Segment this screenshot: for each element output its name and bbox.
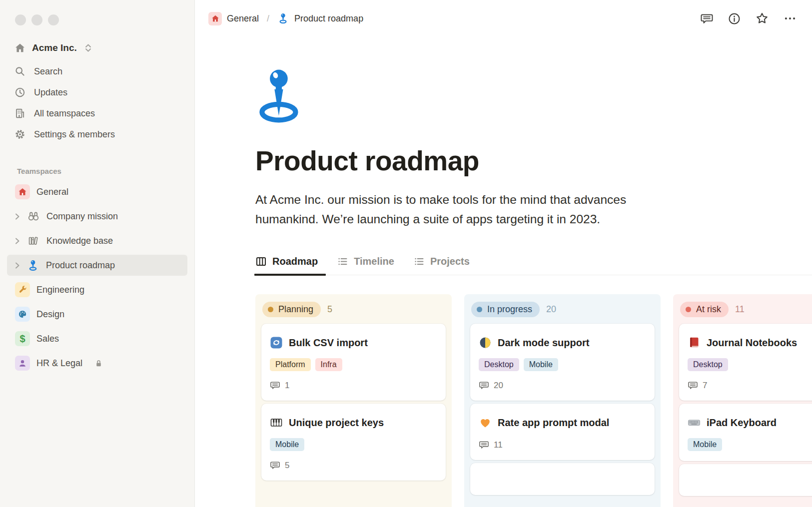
sidebar-item-label: Updates	[34, 87, 67, 98]
tag[interactable]: Platform	[270, 358, 311, 371]
comment-icon	[688, 380, 698, 391]
card-unique-project-keys[interactable]: Unique project keys Mobile 5	[261, 404, 446, 481]
sidebar-item-updates[interactable]: Updates	[7, 82, 187, 103]
building-icon	[14, 107, 26, 119]
window-controls	[0, 0, 194, 25]
tab-timeline[interactable]: Timeline	[337, 256, 394, 275]
board-column-at-risk: At risk 11 Journal Notebooks Desktop	[673, 294, 812, 507]
search-icon	[14, 65, 26, 77]
page-pushpin-icon[interactable]	[255, 68, 812, 124]
sidebar-item-search[interactable]: Search	[7, 61, 187, 82]
comment-count: 20	[494, 381, 503, 391]
card-title: Dark mode support	[498, 337, 589, 349]
board-column-in-progress: In progress 20 Dark mode support Desktop…	[464, 294, 661, 507]
sidebar-item-all-teamspaces[interactable]: All teamspaces	[7, 103, 187, 124]
sidebar-item-knowledge-base[interactable]: Knowledge base	[7, 230, 187, 251]
card-title: iPad Keyboard	[707, 417, 777, 429]
sidebar-item-settings[interactable]: Settings & members	[7, 124, 187, 145]
sidebar-item-design[interactable]: Design	[7, 304, 187, 325]
comment-count: 1	[285, 381, 289, 391]
sidebar-item-product-roadmap[interactable]: Product roadmap	[7, 255, 187, 276]
card-ipad-keyboard[interactable]: iPad Keyboard Mobile	[679, 404, 812, 461]
window-close-button[interactable]	[15, 14, 26, 25]
chevron-right-icon[interactable]	[13, 212, 21, 221]
breadcrumb-separator: /	[267, 13, 269, 24]
breadcrumb-item-product-roadmap[interactable]: Product roadmap	[275, 10, 365, 26]
star-icon[interactable]	[755, 11, 769, 25]
comment-icon	[270, 380, 280, 391]
status-label: At risk	[696, 304, 721, 315]
sidebar-item-engineering[interactable]: Engineering	[7, 279, 187, 300]
tag[interactable]: Desktop	[688, 358, 728, 371]
keyboard-icon	[688, 416, 701, 429]
teamspace-label: Engineering	[36, 285, 84, 295]
status-badge: At risk	[680, 302, 729, 317]
kanban-board: Planning 5 Bulk CSV import Platform Infr…	[255, 294, 812, 507]
comment-icon	[479, 440, 489, 450]
card-partial[interactable]	[679, 464, 812, 496]
teamspace-label: General	[36, 187, 68, 197]
tab-projects[interactable]: Projects	[413, 256, 470, 275]
status-dot	[686, 307, 691, 312]
window-minimize-button[interactable]	[31, 14, 42, 25]
teamspace-label: Design	[36, 309, 64, 320]
teamspace-label: Company mission	[46, 211, 118, 222]
topbar-actions	[700, 11, 797, 25]
list-icon	[413, 256, 425, 267]
card-title: Journal Notebooks	[707, 337, 797, 349]
status-label: In progress	[487, 304, 532, 315]
window-zoom-button[interactable]	[48, 14, 59, 25]
sidebar: Acme Inc. Search Updates All teamspaces …	[0, 0, 195, 507]
info-icon[interactable]	[728, 12, 741, 25]
sidebar-item-sales[interactable]: $ Sales	[7, 328, 187, 349]
board-column-planning: Planning 5 Bulk CSV import Platform Infr…	[255, 294, 452, 507]
card-title: Rate app prompt modal	[498, 417, 609, 429]
column-count: 20	[546, 304, 556, 315]
orange-heart-icon	[479, 416, 492, 429]
chevron-right-icon[interactable]	[13, 237, 21, 245]
sidebar-item-label: All teamspaces	[34, 108, 95, 119]
card-dark-mode-support[interactable]: Dark mode support Desktop Mobile 20	[470, 324, 655, 401]
breadcrumb-label: General	[227, 13, 259, 24]
tag[interactable]: Mobile	[524, 358, 558, 371]
status-label: Planning	[278, 304, 313, 315]
chevron-right-icon[interactable]	[13, 261, 21, 270]
timeline-icon	[337, 256, 348, 267]
breadcrumb-item-general[interactable]: General	[206, 10, 261, 27]
workspace-name: Acme Inc.	[32, 42, 77, 53]
card-partial[interactable]	[470, 463, 655, 495]
binoculars-icon	[27, 210, 40, 223]
teamspace-label: Knowledge base	[46, 236, 113, 246]
workspace-switcher[interactable]: Acme Inc.	[9, 39, 187, 57]
column-header[interactable]: Planning 5	[262, 302, 446, 317]
board-icon	[255, 256, 267, 267]
tab-roadmap[interactable]: Roadmap	[255, 256, 318, 275]
palette-icon	[15, 307, 30, 322]
gear-icon	[14, 128, 26, 140]
comment-count: 5	[285, 461, 289, 471]
column-header[interactable]: At risk 11	[680, 302, 812, 317]
sidebar-item-company-mission[interactable]: Company mission	[7, 206, 187, 227]
tag[interactable]: Infra	[315, 358, 342, 371]
column-count: 5	[327, 304, 332, 315]
tag[interactable]: Mobile	[688, 438, 722, 451]
card-title: Bulk CSV import	[289, 337, 368, 349]
tab-label: Projects	[430, 256, 470, 267]
card-title: Unique project keys	[289, 417, 384, 429]
card-bulk-csv-import[interactable]: Bulk CSV import Platform Infra 1	[261, 324, 446, 401]
pushpin-icon	[277, 12, 289, 24]
tag[interactable]: Mobile	[270, 438, 304, 451]
tag[interactable]: Desktop	[479, 358, 519, 371]
comment-icon[interactable]	[700, 12, 714, 25]
sidebar-item-hr-legal[interactable]: HR & Legal	[7, 353, 187, 374]
status-badge: Planning	[262, 302, 321, 317]
home-icon	[14, 42, 26, 54]
half-moon-icon	[479, 336, 492, 349]
card-rate-app-prompt-modal[interactable]: Rate app prompt modal 11	[470, 404, 655, 460]
column-header[interactable]: In progress 20	[471, 302, 655, 317]
teamspace-label: HR & Legal	[36, 358, 82, 369]
comment-icon	[479, 380, 489, 391]
more-icon[interactable]	[783, 11, 797, 25]
sidebar-item-general[interactable]: General	[7, 181, 187, 202]
card-journal-notebooks[interactable]: Journal Notebooks Desktop 7	[679, 324, 812, 401]
